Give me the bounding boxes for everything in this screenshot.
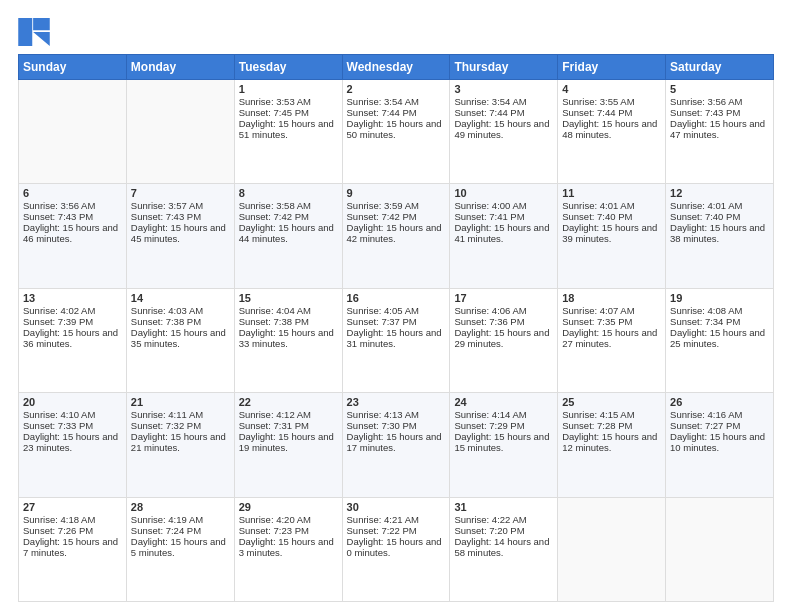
day-number: 7 bbox=[131, 187, 230, 199]
sunset: Sunset: 7:43 PM bbox=[670, 107, 740, 118]
daylight: Daylight: 15 hours and 12 minutes. bbox=[562, 431, 657, 453]
sunrise: Sunrise: 4:00 AM bbox=[454, 200, 526, 211]
sunset: Sunset: 7:26 PM bbox=[23, 525, 93, 536]
sunset: Sunset: 7:23 PM bbox=[239, 525, 309, 536]
day-number: 16 bbox=[347, 292, 446, 304]
sunset: Sunset: 7:20 PM bbox=[454, 525, 524, 536]
calendar-cell: 11Sunrise: 4:01 AMSunset: 7:40 PMDayligh… bbox=[558, 184, 666, 288]
sunset: Sunset: 7:28 PM bbox=[562, 420, 632, 431]
day-number: 2 bbox=[347, 83, 446, 95]
daylight: Daylight: 15 hours and 31 minutes. bbox=[347, 327, 442, 349]
sunset: Sunset: 7:38 PM bbox=[131, 316, 201, 327]
calendar-cell: 30Sunrise: 4:21 AMSunset: 7:22 PMDayligh… bbox=[342, 497, 450, 601]
logo bbox=[18, 18, 54, 46]
daylight: Daylight: 15 hours and 0 minutes. bbox=[347, 536, 442, 558]
sunset: Sunset: 7:29 PM bbox=[454, 420, 524, 431]
calendar-cell: 4Sunrise: 3:55 AMSunset: 7:44 PMDaylight… bbox=[558, 80, 666, 184]
calendar-cell: 14Sunrise: 4:03 AMSunset: 7:38 PMDayligh… bbox=[126, 288, 234, 392]
calendar-cell bbox=[558, 497, 666, 601]
sunrise: Sunrise: 4:01 AM bbox=[670, 200, 742, 211]
sunrise: Sunrise: 4:03 AM bbox=[131, 305, 203, 316]
calendar-cell: 7Sunrise: 3:57 AMSunset: 7:43 PMDaylight… bbox=[126, 184, 234, 288]
day-number: 17 bbox=[454, 292, 553, 304]
calendar-cell: 28Sunrise: 4:19 AMSunset: 7:24 PMDayligh… bbox=[126, 497, 234, 601]
sunset: Sunset: 7:43 PM bbox=[131, 211, 201, 222]
daylight: Daylight: 15 hours and 17 minutes. bbox=[347, 431, 442, 453]
calendar-cell: 3Sunrise: 3:54 AMSunset: 7:44 PMDaylight… bbox=[450, 80, 558, 184]
day-number: 28 bbox=[131, 501, 230, 513]
calendar-cell: 12Sunrise: 4:01 AMSunset: 7:40 PMDayligh… bbox=[666, 184, 774, 288]
sunset: Sunset: 7:31 PM bbox=[239, 420, 309, 431]
page: SundayMondayTuesdayWednesdayThursdayFrid… bbox=[0, 0, 792, 612]
daylight: Daylight: 15 hours and 5 minutes. bbox=[131, 536, 226, 558]
day-number: 26 bbox=[670, 396, 769, 408]
calendar-cell: 31Sunrise: 4:22 AMSunset: 7:20 PMDayligh… bbox=[450, 497, 558, 601]
weekday-header-friday: Friday bbox=[558, 55, 666, 80]
calendar-table: SundayMondayTuesdayWednesdayThursdayFrid… bbox=[18, 54, 774, 602]
sunrise: Sunrise: 4:15 AM bbox=[562, 409, 634, 420]
sunset: Sunset: 7:43 PM bbox=[23, 211, 93, 222]
daylight: Daylight: 15 hours and 27 minutes. bbox=[562, 327, 657, 349]
calendar-cell: 17Sunrise: 4:06 AMSunset: 7:36 PMDayligh… bbox=[450, 288, 558, 392]
sunrise: Sunrise: 4:14 AM bbox=[454, 409, 526, 420]
sunset: Sunset: 7:40 PM bbox=[562, 211, 632, 222]
calendar-cell: 9Sunrise: 3:59 AMSunset: 7:42 PMDaylight… bbox=[342, 184, 450, 288]
daylight: Daylight: 15 hours and 10 minutes. bbox=[670, 431, 765, 453]
daylight: Daylight: 15 hours and 38 minutes. bbox=[670, 222, 765, 244]
sunrise: Sunrise: 3:54 AM bbox=[454, 96, 526, 107]
sunset: Sunset: 7:22 PM bbox=[347, 525, 417, 536]
day-number: 3 bbox=[454, 83, 553, 95]
sunrise: Sunrise: 4:10 AM bbox=[23, 409, 95, 420]
sunset: Sunset: 7:35 PM bbox=[562, 316, 632, 327]
sunrise: Sunrise: 3:55 AM bbox=[562, 96, 634, 107]
daylight: Daylight: 15 hours and 3 minutes. bbox=[239, 536, 334, 558]
sunrise: Sunrise: 4:12 AM bbox=[239, 409, 311, 420]
weekday-header-sunday: Sunday bbox=[19, 55, 127, 80]
day-number: 19 bbox=[670, 292, 769, 304]
day-number: 18 bbox=[562, 292, 661, 304]
calendar-cell: 21Sunrise: 4:11 AMSunset: 7:32 PMDayligh… bbox=[126, 393, 234, 497]
sunset: Sunset: 7:32 PM bbox=[131, 420, 201, 431]
day-number: 27 bbox=[23, 501, 122, 513]
day-number: 23 bbox=[347, 396, 446, 408]
calendar-cell: 18Sunrise: 4:07 AMSunset: 7:35 PMDayligh… bbox=[558, 288, 666, 392]
svg-rect-1 bbox=[33, 18, 50, 30]
daylight: Daylight: 15 hours and 19 minutes. bbox=[239, 431, 334, 453]
calendar-header-row: SundayMondayTuesdayWednesdayThursdayFrid… bbox=[19, 55, 774, 80]
day-number: 29 bbox=[239, 501, 338, 513]
calendar-cell: 29Sunrise: 4:20 AMSunset: 7:23 PMDayligh… bbox=[234, 497, 342, 601]
day-number: 24 bbox=[454, 396, 553, 408]
daylight: Daylight: 14 hours and 58 minutes. bbox=[454, 536, 549, 558]
sunrise: Sunrise: 3:59 AM bbox=[347, 200, 419, 211]
sunrise: Sunrise: 4:16 AM bbox=[670, 409, 742, 420]
calendar-cell: 24Sunrise: 4:14 AMSunset: 7:29 PMDayligh… bbox=[450, 393, 558, 497]
day-number: 10 bbox=[454, 187, 553, 199]
svg-marker-2 bbox=[33, 32, 50, 46]
sunrise: Sunrise: 3:56 AM bbox=[23, 200, 95, 211]
sunset: Sunset: 7:37 PM bbox=[347, 316, 417, 327]
sunset: Sunset: 7:30 PM bbox=[347, 420, 417, 431]
sunrise: Sunrise: 4:11 AM bbox=[131, 409, 203, 420]
sunset: Sunset: 7:42 PM bbox=[239, 211, 309, 222]
sunrise: Sunrise: 4:20 AM bbox=[239, 514, 311, 525]
sunset: Sunset: 7:45 PM bbox=[239, 107, 309, 118]
day-number: 15 bbox=[239, 292, 338, 304]
calendar-cell: 22Sunrise: 4:12 AMSunset: 7:31 PMDayligh… bbox=[234, 393, 342, 497]
day-number: 22 bbox=[239, 396, 338, 408]
daylight: Daylight: 15 hours and 47 minutes. bbox=[670, 118, 765, 140]
day-number: 1 bbox=[239, 83, 338, 95]
calendar-cell: 8Sunrise: 3:58 AMSunset: 7:42 PMDaylight… bbox=[234, 184, 342, 288]
daylight: Daylight: 15 hours and 44 minutes. bbox=[239, 222, 334, 244]
calendar-cell: 15Sunrise: 4:04 AMSunset: 7:38 PMDayligh… bbox=[234, 288, 342, 392]
sunrise: Sunrise: 4:05 AM bbox=[347, 305, 419, 316]
calendar-week-5: 27Sunrise: 4:18 AMSunset: 7:26 PMDayligh… bbox=[19, 497, 774, 601]
calendar-cell bbox=[126, 80, 234, 184]
day-number: 8 bbox=[239, 187, 338, 199]
daylight: Daylight: 15 hours and 29 minutes. bbox=[454, 327, 549, 349]
sunrise: Sunrise: 4:07 AM bbox=[562, 305, 634, 316]
weekday-header-tuesday: Tuesday bbox=[234, 55, 342, 80]
weekday-header-monday: Monday bbox=[126, 55, 234, 80]
sunrise: Sunrise: 4:18 AM bbox=[23, 514, 95, 525]
sunrise: Sunrise: 4:22 AM bbox=[454, 514, 526, 525]
calendar-cell: 26Sunrise: 4:16 AMSunset: 7:27 PMDayligh… bbox=[666, 393, 774, 497]
